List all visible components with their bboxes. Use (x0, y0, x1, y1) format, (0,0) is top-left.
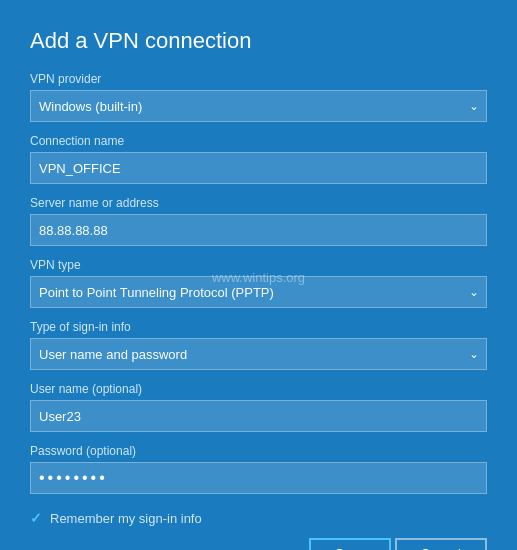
dialog-title: Add a VPN connection (30, 28, 487, 54)
username-group: User name (optional) (30, 382, 487, 432)
vpn-type-label: VPN type (30, 258, 487, 272)
cancel-button[interactable]: Cancel (395, 538, 487, 550)
password-label: Password (optional) (30, 444, 487, 458)
connection-name-group: Connection name (30, 134, 487, 184)
signin-type-label: Type of sign-in info (30, 320, 487, 334)
vpn-provider-label: VPN provider (30, 72, 487, 86)
server-name-group: Server name or address (30, 196, 487, 246)
vpn-provider-select[interactable]: Windows (built-in) (30, 90, 487, 122)
password-group: Password (optional) (30, 444, 487, 494)
vpn-provider-select-wrapper: Windows (built-in) ⌄ (30, 90, 487, 122)
button-row: Save Cancel (30, 526, 487, 550)
signin-type-group: Type of sign-in info User name and passw… (30, 320, 487, 370)
signin-type-select[interactable]: User name and passwordSmart cardOne-time… (30, 338, 487, 370)
vpn-dialog: Add a VPN connection VPN provider Window… (0, 0, 517, 550)
server-name-label: Server name or address (30, 196, 487, 210)
connection-name-input[interactable] (30, 152, 487, 184)
remember-checkmark-icon: ✓ (30, 510, 42, 526)
vpn-type-select-wrapper: Point to Point Tunneling Protocol (PPTP)… (30, 276, 487, 308)
server-name-input[interactable] (30, 214, 487, 246)
save-button[interactable]: Save (309, 538, 391, 550)
signin-type-select-wrapper: User name and passwordSmart cardOne-time… (30, 338, 487, 370)
remember-row: ✓ Remember my sign-in info (30, 510, 487, 526)
vpn-provider-group: VPN provider Windows (built-in) ⌄ (30, 72, 487, 122)
vpn-type-select[interactable]: Point to Point Tunneling Protocol (PPTP)… (30, 276, 487, 308)
password-input[interactable] (30, 462, 487, 494)
remember-label: Remember my sign-in info (50, 511, 202, 526)
username-input[interactable] (30, 400, 487, 432)
vpn-type-group: VPN type Point to Point Tunneling Protoc… (30, 258, 487, 308)
username-label: User name (optional) (30, 382, 487, 396)
connection-name-label: Connection name (30, 134, 487, 148)
